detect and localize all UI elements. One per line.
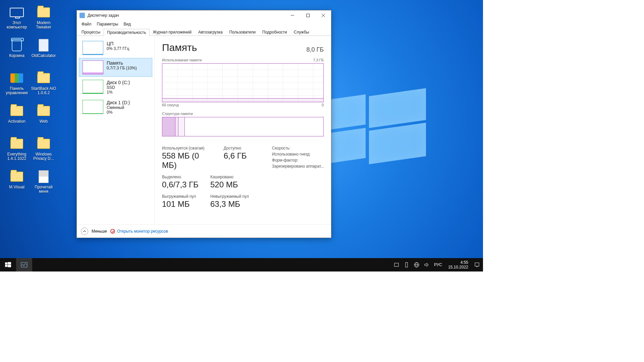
task-manager-window: Диспетчер задач ФайлПараметрыВид Процесс…	[76, 10, 331, 238]
svg-rect-1	[307, 14, 310, 17]
svg-rect-15	[475, 263, 479, 266]
desktop-icon-modern-tweaker[interactable]: ModernTweaker	[30, 4, 57, 37]
mem-thumb-graph	[83, 60, 103, 74]
desktop-icon-recycle-bin[interactable]: Корзина	[3, 37, 30, 70]
tab-3[interactable]: Автозагрузка	[195, 28, 226, 36]
axis-left: 60 секунд	[162, 103, 179, 107]
tab-2[interactable]: Журнал приложений	[150, 28, 195, 36]
maximize-icon	[306, 14, 310, 17]
this-pc-icon	[10, 5, 24, 19]
taskbar-task-manager[interactable]	[16, 258, 32, 272]
open-resource-monitor-link[interactable]: Открыть монитор ресурсов	[110, 229, 168, 234]
memory-capacity: 8,0 ГБ	[306, 46, 324, 53]
svg-rect-7	[8, 265, 11, 267]
clock[interactable]: 4:55 15.10.2022	[447, 260, 470, 269]
nonpaged-label: Невыгружаемый пул	[210, 194, 251, 199]
svg-rect-10	[406, 262, 408, 267]
notifications-icon[interactable]	[474, 262, 480, 267]
tab-1[interactable]: Производительность	[104, 29, 149, 36]
tab-5[interactable]: Подробности	[259, 28, 290, 36]
desktop-icon-label: Everything1.4.1.1022	[7, 152, 26, 161]
svg-marker-14	[425, 263, 427, 266]
desktop-icon-web[interactable]: Web	[30, 103, 57, 135]
titlebar[interactable]: Диспетчер задач	[77, 10, 331, 20]
maximize-button[interactable]	[300, 10, 316, 20]
sidebar-item-text: Диск 1 (D:)Сменный0%	[107, 100, 130, 115]
desktop-icon-startback[interactable]: StartBack AiO1.0.6.2	[30, 70, 57, 103]
close-icon	[322, 14, 325, 17]
taskbar: РУС 4:55 15.10.2022	[0, 258, 483, 272]
desktop-icon-label: Панельуправления	[6, 86, 28, 95]
cached-label: Кэшировано	[210, 175, 251, 179]
old-calculator-icon	[37, 38, 51, 52]
menu-Параметры[interactable]: Параметры	[94, 21, 121, 27]
chevron-up-icon	[83, 230, 86, 233]
commit-value: 0,6/7,3 ГБ	[162, 180, 202, 189]
avail-value: 6,6 ГБ	[224, 151, 264, 161]
less-label[interactable]: Меньше	[92, 229, 107, 234]
menu-Вид[interactable]: Вид	[121, 21, 133, 27]
sidebar-item-mem[interactable]: Память0,7/7,3 ГБ (10%)	[79, 58, 152, 77]
memory-usage-graph	[162, 63, 324, 102]
tray-rect-icon[interactable]	[394, 262, 399, 267]
desktop-icon-control-panel[interactable]: Панельуправления	[3, 70, 30, 103]
cpu-thumb-graph	[83, 41, 103, 55]
tray-usb-icon[interactable]	[404, 262, 409, 267]
desktop-icon-label: Прочитайменя	[35, 185, 52, 194]
modern-tweaker-icon	[37, 5, 51, 19]
web-icon	[37, 104, 51, 118]
desktop-icon-mvisual[interactable]: M.Visual	[3, 168, 30, 201]
recycle-bin-icon	[10, 38, 24, 52]
windows-logo-icon	[325, 87, 426, 158]
desktop-icon-win-privacy[interactable]: WindowsPrivacy D...	[30, 135, 57, 168]
desktop-icon-label: OldCalculator	[32, 54, 56, 58]
menubar: ФайлПараметрыВид	[77, 20, 331, 28]
desktop-icon-old-calculator[interactable]: OldCalculator	[30, 37, 57, 70]
tab-6[interactable]: Службы	[290, 28, 312, 36]
desktop: ЭтоткомпьютерModernTweakerКорзинаOldCalc…	[0, 0, 483, 272]
d1-thumb-graph	[83, 100, 103, 114]
everything-icon	[10, 137, 24, 151]
menu-Файл[interactable]: Файл	[79, 21, 94, 27]
nonpaged-value: 63,3 МБ	[210, 199, 251, 209]
control-panel-icon	[10, 71, 24, 85]
window-title: Диспетчер задач	[88, 13, 119, 18]
svg-rect-9	[394, 263, 398, 266]
win-privacy-icon	[37, 137, 51, 151]
desktop-icon-everything[interactable]: Everything1.4.1.1022	[3, 135, 30, 168]
readme-icon	[37, 170, 51, 184]
startback-icon	[37, 71, 51, 85]
desktop-icon-label: StartBack AiO1.0.6.2	[31, 86, 56, 95]
tabs: ПроцессыПроизводительностьЖурнал приложе…	[77, 28, 331, 36]
resource-monitor-icon	[110, 229, 115, 234]
close-button[interactable]	[316, 10, 331, 20]
desktop-icon-readme[interactable]: Прочитайменя	[30, 168, 57, 201]
sidebar-item-d0[interactable]: Диск 0 (C:)SSD1%	[79, 77, 152, 97]
composition-label: Структура памяти	[162, 112, 193, 116]
start-button[interactable]	[0, 258, 16, 272]
desktop-icon-label: M.Visual	[9, 185, 24, 189]
cached-value: 520 МБ	[210, 180, 251, 189]
usage-max: 7,3 ГБ	[313, 58, 324, 62]
footer: Меньше Открыть монитор ресурсов	[77, 224, 331, 238]
svg-rect-5	[8, 262, 11, 264]
volume-icon[interactable]	[424, 262, 429, 267]
tab-0[interactable]: Процессы	[78, 28, 104, 36]
desktop-icon-this-pc[interactable]: Этоткомпьютер	[3, 4, 30, 37]
sidebar-item-d1[interactable]: Диск 1 (D:)Сменный0%	[79, 98, 152, 117]
network-icon[interactable]	[414, 262, 419, 267]
language-indicator[interactable]: РУС	[434, 262, 442, 267]
desktop-icon-label: Activation	[8, 119, 25, 124]
memory-composition-bar	[162, 117, 324, 136]
minimize-button[interactable]	[285, 10, 300, 20]
desktop-icons: ЭтоткомпьютерModernTweakerКорзинаOldCalc…	[3, 4, 64, 201]
tab-4[interactable]: Пользователи	[226, 28, 259, 36]
used-label: Используется (сжатая)	[162, 146, 216, 150]
desktop-icon-label: WindowsPrivacy D...	[33, 152, 54, 161]
hardware-info: Скорость: Использовано гнезд: Форм-факто…	[272, 146, 324, 170]
sidebar-item-text: Диск 0 (C:)SSD1%	[107, 80, 130, 95]
desktop-icon-activation[interactable]: Activation	[3, 103, 30, 135]
sidebar-item-cpu[interactable]: ЦП0% 3,77 ГГц	[79, 39, 152, 57]
collapse-button[interactable]	[81, 228, 88, 235]
paged-value: 101 МБ	[162, 199, 202, 209]
